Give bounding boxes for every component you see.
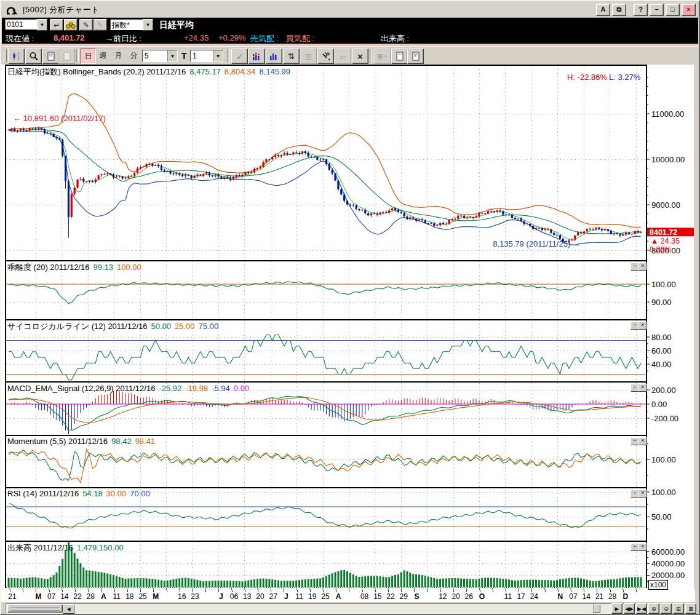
panel-title: 日経平均(指数) Bollinger_Bands (20,2) 2011/12/… xyxy=(7,67,186,76)
x-axis-label: 26 xyxy=(465,592,473,601)
x-axis-label: 13 xyxy=(243,592,251,601)
panel-close-button-volume[interactable]: × xyxy=(638,543,647,551)
layout-windows-button[interactable]: ⧉ xyxy=(612,4,626,16)
page-disabled-button[interactable] xyxy=(58,49,75,64)
period-minute-button[interactable]: 分 xyxy=(127,49,141,63)
chart-nav-button-2[interactable]: ▶◀ xyxy=(636,603,647,614)
zoom-button[interactable] xyxy=(25,49,42,64)
x-axis-tick xyxy=(349,590,349,592)
tick-select[interactable]: 1 ▼ xyxy=(190,50,223,62)
svg-text:60000.00: 60000.00 xyxy=(651,547,685,557)
search-binoculars-button[interactable] xyxy=(64,19,78,31)
zoom-slider-thumb[interactable] xyxy=(594,605,600,613)
x-axis-tick xyxy=(167,590,167,592)
panel-close-button-rsi[interactable]: × xyxy=(638,490,647,498)
period-weekly-button[interactable]: 週 xyxy=(96,49,110,63)
panel-minimize-button-momentum[interactable]: − xyxy=(630,437,639,445)
svg-text:40.00: 40.00 xyxy=(651,360,672,369)
chart-nav-button-1[interactable]: ◀▶ xyxy=(624,603,635,614)
svg-text:80.00: 80.00 xyxy=(651,333,672,342)
svg-text:40000.00: 40000.00 xyxy=(651,559,685,568)
tick-select-value: 1 xyxy=(191,52,213,60)
indicator-value: 70.00 xyxy=(130,489,150,498)
copy-page-button[interactable] xyxy=(391,49,408,64)
close-button[interactable]: × xyxy=(682,4,696,16)
x-axis-label: 20 xyxy=(451,592,459,601)
help-button[interactable]: ? xyxy=(634,4,648,16)
volume-bars-button[interactable] xyxy=(266,49,282,64)
category-dropdown[interactable]: ▼ xyxy=(143,19,153,31)
indicator-value: 54.18 xyxy=(82,489,103,498)
svg-text:20000.00: 20000.00 xyxy=(651,571,685,580)
chart-nav-button-3[interactable]: ⊕ xyxy=(648,603,659,614)
window-select-button[interactable]: ▣▼ xyxy=(374,49,391,64)
x-axis-label: 07 xyxy=(569,592,577,601)
new-chart-page-button[interactable] xyxy=(407,49,424,64)
toolbar-grip[interactable] xyxy=(4,50,7,62)
sort-updown-button[interactable]: ⇅ xyxy=(283,49,300,64)
symbol-code-input[interactable] xyxy=(5,19,37,30)
chevron-down-icon[interactable]: ▼ xyxy=(167,50,177,62)
font-button[interactable]: A xyxy=(596,4,610,16)
svg-text:90.00: 90.00 xyxy=(651,298,672,307)
x-axis-label: A xyxy=(336,592,341,601)
memo-button[interactable]: ✎ xyxy=(79,19,93,31)
period-monthly-button[interactable]: 月 xyxy=(111,49,125,63)
panel-close-button-kairi[interactable]: × xyxy=(638,263,647,271)
chart-nav-button-5[interactable]: ⊞ xyxy=(673,603,684,614)
x-axis-label: A xyxy=(101,592,106,601)
panel-title: 乖離度 (20) 2011/12/16 xyxy=(7,263,89,272)
category-select[interactable]: 指数* xyxy=(110,19,143,30)
x-axis-label: 06 xyxy=(230,592,238,601)
pencil-icon: ✎ xyxy=(83,21,89,30)
x-axis-label: 25 xyxy=(321,592,329,601)
symbol-code-dropdown[interactable]: ▼ xyxy=(37,19,47,31)
panel-close-button-momentum[interactable]: × xyxy=(638,437,647,445)
chart-toolbar: 日 週 月 分 5 ▼ T 1 ▼ ✓ ⇅ ⊞ ▱ × ▣▼ xyxy=(2,46,698,65)
quote-bar: ▼ ↵ ✎ ✎ 指数* ▼ 日経平均 xyxy=(2,18,698,31)
minute-select[interactable]: 5 ▼ xyxy=(142,50,178,62)
chart-nav-button-0[interactable]: ▶ xyxy=(611,603,622,614)
svg-text:0.29%: 0.29% xyxy=(650,245,671,254)
eraser-button[interactable]: ▱ xyxy=(335,49,351,64)
draw-off-button[interactable]: ✎ xyxy=(93,19,107,31)
panel-minimize-button-volume[interactable]: − xyxy=(630,543,639,551)
panel-minimize-button-psy[interactable]: − xyxy=(630,322,639,330)
minimize-button[interactable]: – xyxy=(650,4,664,16)
trendline-button[interactable]: ✓ xyxy=(231,49,248,64)
grid-layout-button[interactable]: ⊞ xyxy=(300,49,317,64)
window-icon: ▣ xyxy=(377,52,383,60)
compare-chart-button[interactable] xyxy=(249,49,265,64)
red-blue-bars-icon xyxy=(252,52,261,61)
panel-minimize-button-kairi[interactable]: − xyxy=(630,263,639,271)
settings-wrench-button[interactable] xyxy=(317,49,334,64)
panel-close-button-macd[interactable]: × xyxy=(638,384,647,392)
magnifier-icon xyxy=(29,52,39,62)
scroll-left-button[interactable]: ◀ xyxy=(63,605,74,614)
horizontal-scrollbar[interactable]: ◀ xyxy=(6,603,648,614)
x-axis-label: 17 xyxy=(517,592,525,601)
chart-nav-button-4[interactable]: ⊖ xyxy=(661,603,672,614)
panel-minimize-button-macd[interactable]: − xyxy=(630,384,639,392)
candlestick-type-button[interactable] xyxy=(8,49,25,64)
indicator-value: -25.92 xyxy=(159,384,181,393)
new-page-button[interactable] xyxy=(42,49,59,64)
panel-close-button-psy[interactable]: × xyxy=(638,322,647,330)
chevron-down-icon[interactable]: ▼ xyxy=(213,50,223,62)
x-axis-label: 27 xyxy=(269,592,277,601)
enter-button[interactable]: ↵ xyxy=(50,19,63,31)
maximize-button[interactable]: □ xyxy=(666,4,680,16)
zoom-slider[interactable] xyxy=(593,603,610,614)
x-axis-label: 21 xyxy=(8,592,16,601)
scrollbar-thumb[interactable] xyxy=(7,605,63,613)
chart-nav-button-6[interactable]: ⊠ xyxy=(685,603,696,614)
svg-text:← 10,891.60 (2011/02/17): ← 10,891.60 (2011/02/17) xyxy=(13,114,106,123)
title-bar[interactable]: [5002] 分析チャート A ⧉ ? – □ × xyxy=(2,2,698,18)
analysis-chart-window: { "window": { "title": "[5002] 分析チャート", … xyxy=(0,0,700,615)
delete-button[interactable]: × xyxy=(352,49,368,64)
indicator-value: 75.00 xyxy=(199,322,219,331)
svg-text:8,135.79 (2011/11/25) →: 8,135.79 (2011/11/25) → xyxy=(493,239,581,248)
panel-minimize-button-rsi[interactable]: − xyxy=(630,490,639,498)
period-daily-button[interactable]: 日 xyxy=(81,49,96,64)
change-percent: +0.29% xyxy=(218,33,245,42)
